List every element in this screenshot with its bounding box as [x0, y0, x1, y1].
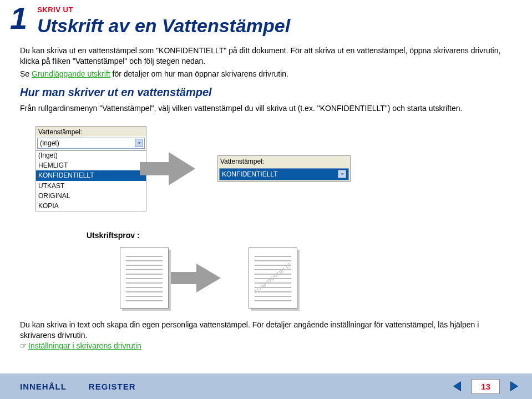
page-header: 1 SKRIV UT Utskrift av en Vattenstämpel	[0, 0, 532, 37]
dropdown-option-utkast[interactable]: UTKAST	[36, 181, 146, 191]
arrow-right-icon	[169, 152, 195, 185]
print-sample-label: Utskriftsprov :	[87, 230, 512, 241]
footnote-text: Du kan skriva in text och skapa din egen…	[20, 320, 512, 341]
header-text: SKRIV UT Utskrift av en Vattenstämpel	[37, 4, 290, 37]
intro-paragraph-2: Se Grundläggande utskrift för detaljer o…	[20, 69, 512, 79]
sample-page-plain	[120, 248, 169, 309]
intro-p2-suffix: för detaljer om hur man öppnar skrivaren…	[110, 69, 288, 78]
dropdown-option-none[interactable]: (Inget)	[36, 150, 146, 160]
dropdown-select[interactable]: (Inget)	[37, 138, 145, 149]
section-heading: Hur man skriver ut en vattenstämpel	[20, 85, 512, 100]
dropdown-option-original[interactable]: ORIGINAL	[36, 191, 146, 201]
content-area: Du kan skriva ut en vattenstämpel som "K…	[0, 37, 532, 309]
dropdown-label: Vattenstämpel:	[36, 127, 146, 137]
chevron-down-icon[interactable]	[338, 170, 346, 178]
index-button[interactable]: REGISTER	[89, 382, 136, 391]
bottom-bar: INNEHÅLL REGISTER 13	[0, 373, 532, 399]
breadcrumb: SKRIV UT	[37, 6, 290, 14]
dropdown-option-konfidentiellt[interactable]: KONFIDENTIELLT	[36, 170, 146, 180]
dropdown-option-hemligt[interactable]: HEMLIGT	[36, 160, 146, 170]
intro-paragraph-1: Du kan skriva ut en vattenstämpel som "K…	[20, 46, 512, 67]
print-sample-figure: KONFIDENTIELLT	[120, 248, 512, 309]
dropdown-option-kopia[interactable]: KOPIA	[36, 201, 146, 211]
sample-page-watermarked: KONFIDENTIELLT	[249, 248, 297, 309]
arrow-right-icon	[196, 264, 221, 292]
nav-buttons: INNEHÅLL REGISTER	[20, 382, 136, 391]
prev-page-button[interactable]	[452, 380, 464, 392]
contents-button[interactable]: INNEHÅLL	[20, 382, 67, 391]
watermark-dropdown-result: Vattenstämpel: KONFIDENTIELLT	[217, 155, 351, 182]
page-title: Utskrift av en Vattenstämpel	[37, 15, 290, 37]
dropdown-figure: Vattenstämpel: (Inget) (Inget) HEMLIGT K…	[36, 126, 512, 212]
footer-note: Du kan skriva in text och skapa din egen…	[0, 320, 532, 351]
chevron-down-icon[interactable]	[135, 139, 143, 147]
dropdown-list: (Inget) HEMLIGT KONFIDENTIELLT UTKAST OR…	[36, 150, 146, 211]
pointing-hand-icon: ☞	[20, 341, 27, 350]
page-navigation: 13	[452, 379, 520, 394]
result-selected-value: KONFIDENTIELLT	[222, 170, 277, 179]
result-select[interactable]: KONFIDENTIELLT	[219, 168, 349, 180]
page-number: 13	[472, 379, 500, 394]
basic-printing-link[interactable]: Grundläggande utskrift	[32, 69, 110, 78]
next-page-button[interactable]	[508, 380, 520, 392]
section-body: Från rullgardinsmenyn "Vattenstämpel", v…	[20, 103, 512, 114]
intro-p2-prefix: Se	[20, 69, 32, 78]
result-label: Vattenstämpel:	[218, 156, 350, 167]
dropdown-selected-value: (Inget)	[40, 139, 59, 148]
driver-settings-link[interactable]: Inställningar i skrivarens drivrutin	[28, 341, 141, 350]
chapter-number: 1	[10, 4, 27, 32]
watermark-dropdown-expanded: Vattenstämpel: (Inget) (Inget) HEMLIGT K…	[36, 126, 146, 212]
